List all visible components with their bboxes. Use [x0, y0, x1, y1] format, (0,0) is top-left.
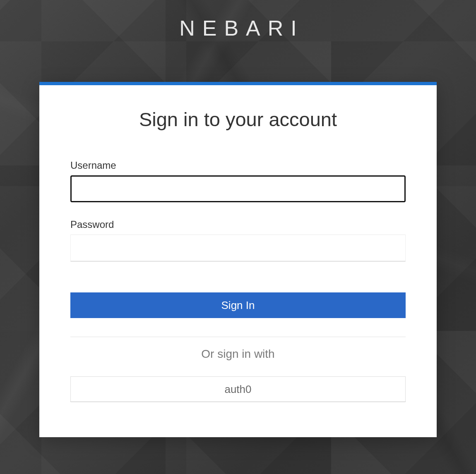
divider-section: Or sign in with auth0 — [70, 337, 406, 402]
auth0-button[interactable]: auth0 — [70, 376, 406, 402]
username-label: Username — [70, 160, 406, 171]
divider-text: Or sign in with — [70, 347, 406, 361]
password-label: Password — [70, 219, 406, 230]
login-card: Sign in to your account Username Passwor… — [39, 82, 437, 437]
page-container: NEBARI Sign in to your account Username … — [0, 0, 476, 474]
password-group: Password — [70, 219, 406, 261]
password-input[interactable] — [70, 235, 406, 261]
signin-button[interactable]: Sign In — [70, 292, 406, 318]
card-title: Sign in to your account — [70, 108, 406, 131]
username-group: Username — [70, 160, 406, 202]
username-input[interactable] — [70, 175, 406, 202]
brand-title: NEBARI — [172, 16, 304, 41]
